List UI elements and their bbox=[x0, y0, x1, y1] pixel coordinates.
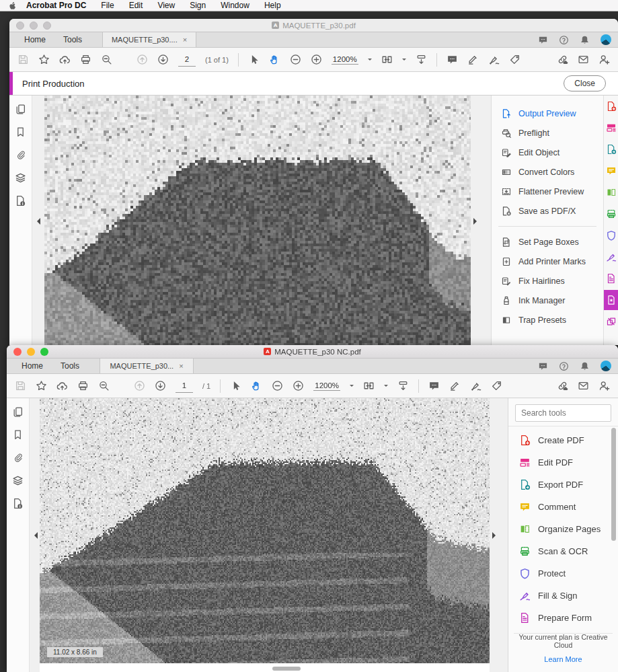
panel-item-set-page-boxes[interactable]: Set Page Boxes bbox=[492, 232, 603, 252]
next-page-button[interactable] bbox=[155, 380, 166, 391]
optimize-pdf-icon[interactable] bbox=[606, 316, 617, 327]
tab-tools[interactable]: Tools bbox=[63, 35, 82, 44]
close-window-button[interactable] bbox=[13, 348, 22, 356]
search-tools-input[interactable] bbox=[516, 408, 611, 418]
zoom-window-button[interactable] bbox=[43, 22, 51, 30]
panel-item-output-preview[interactable]: Output Preview bbox=[492, 104, 603, 123]
zoom-in-button[interactable] bbox=[311, 54, 322, 65]
page-thumbnails-icon[interactable] bbox=[12, 406, 24, 418]
collapse-left-panel-arrow[interactable] bbox=[31, 532, 38, 539]
comment-tool-button[interactable] bbox=[447, 54, 458, 65]
tool-item-fill-sign[interactable]: Fill & Sign bbox=[508, 585, 618, 607]
zoom-out-button[interactable] bbox=[290, 54, 301, 65]
panel-item-convert-colors[interactable]: Convert Colors bbox=[492, 162, 603, 182]
tool-item-organize-pages[interactable]: Organize Pages bbox=[508, 518, 618, 540]
document-view[interactable] bbox=[40, 398, 490, 672]
minimize-window-button[interactable] bbox=[30, 22, 38, 30]
tab-tools[interactable]: Tools bbox=[61, 361, 79, 371]
collapse-right-panel-arrow[interactable] bbox=[473, 218, 480, 225]
star-button[interactable] bbox=[36, 380, 47, 391]
zoom-window-button[interactable] bbox=[40, 348, 48, 356]
bookmarks-icon[interactable] bbox=[12, 429, 24, 441]
print-button[interactable] bbox=[77, 380, 89, 391]
zoom-level-value[interactable]: 1200% bbox=[332, 55, 358, 65]
search-button[interactable] bbox=[101, 54, 112, 65]
fit-dropdown-caret-icon[interactable] bbox=[402, 59, 406, 63]
invite-people-button[interactable] bbox=[598, 380, 610, 391]
hand-tool-button[interactable] bbox=[251, 380, 262, 391]
organize-pages-icon[interactable] bbox=[606, 187, 617, 198]
email-button[interactable] bbox=[578, 54, 589, 65]
panel-item-fix-hairlines[interactable]: Fix Hairlines bbox=[492, 271, 603, 291]
zoom-dropdown-caret-icon[interactable] bbox=[368, 59, 372, 63]
help-icon[interactable] bbox=[559, 35, 569, 45]
panel-item-trap-presets[interactable]: Trap Presets bbox=[492, 310, 603, 330]
search-button[interactable] bbox=[98, 380, 110, 391]
star-button[interactable] bbox=[38, 54, 50, 65]
zoom-level-value[interactable]: 1200% bbox=[313, 381, 340, 391]
layers-icon[interactable] bbox=[12, 475, 24, 486]
panel-item-edit-object[interactable]: Edit Object bbox=[492, 143, 603, 162]
previous-page-button[interactable] bbox=[134, 380, 145, 391]
layers-icon[interactable] bbox=[15, 172, 26, 184]
close-window-button[interactable] bbox=[16, 22, 24, 30]
learn-more-link[interactable]: Learn More bbox=[508, 655, 618, 663]
bookmarks-icon[interactable] bbox=[15, 126, 26, 138]
notifications-bell-icon[interactable] bbox=[580, 35, 590, 45]
horizontal-scrollbar-thumb[interactable] bbox=[272, 667, 301, 671]
save-button[interactable] bbox=[15, 380, 26, 391]
zoom-out-button[interactable] bbox=[272, 380, 283, 391]
share-cloud-button[interactable] bbox=[59, 54, 71, 65]
scrolling-mode-button[interactable] bbox=[416, 54, 427, 65]
attachments-icon[interactable] bbox=[15, 149, 26, 161]
page-thumbnails-icon[interactable] bbox=[15, 104, 26, 115]
previous-page-button[interactable] bbox=[137, 54, 148, 65]
tab-close-icon[interactable]: × bbox=[183, 36, 187, 44]
collapse-left-panel-arrow[interactable] bbox=[34, 218, 40, 225]
standards-icon[interactable] bbox=[15, 195, 26, 207]
invite-people-button[interactable] bbox=[598, 54, 610, 65]
print-button[interactable] bbox=[80, 54, 91, 65]
fit-width-button[interactable] bbox=[381, 54, 393, 65]
panel-scrollbar-thumb[interactable] bbox=[611, 428, 616, 541]
panel-item-ink-manager[interactable]: Ink Manager bbox=[492, 291, 603, 310]
apple-menu-icon[interactable] bbox=[8, 1, 17, 10]
protect-icon[interactable] bbox=[606, 230, 617, 241]
tool-item-protect[interactable]: Protect bbox=[508, 562, 618, 585]
standards-icon[interactable] bbox=[12, 498, 24, 509]
menu-sign[interactable]: Sign bbox=[190, 1, 206, 10]
close-print-production-button[interactable]: Close bbox=[564, 75, 606, 91]
tool-item-comment[interactable]: Comment bbox=[508, 496, 618, 518]
search-tools-box[interactable] bbox=[515, 404, 611, 422]
avatar[interactable] bbox=[601, 34, 611, 45]
highlight-tool-button[interactable] bbox=[449, 380, 461, 391]
sign-tool-button[interactable] bbox=[488, 54, 500, 65]
create-pdf-icon[interactable] bbox=[606, 101, 617, 112]
comment-tool-button[interactable] bbox=[428, 380, 440, 391]
tab-home[interactable]: Home bbox=[22, 361, 43, 371]
help-icon[interactable] bbox=[559, 361, 569, 371]
zoom-in-button[interactable] bbox=[293, 380, 304, 391]
menu-window[interactable]: Window bbox=[221, 1, 249, 10]
tool-item-prepare-form[interactable]: Prepare Form bbox=[508, 607, 618, 629]
share-cloud-button[interactable] bbox=[56, 380, 68, 391]
pdf-page-canvas[interactable] bbox=[44, 96, 471, 345]
menu-app-name[interactable]: Acrobat Pro DC bbox=[26, 1, 86, 10]
tab-document[interactable]: MAQUETTE_p30... × bbox=[100, 359, 194, 373]
print-production-selected-tile[interactable] bbox=[604, 290, 618, 310]
menu-file[interactable]: File bbox=[101, 1, 114, 10]
collapse-right-panel-arrow[interactable] bbox=[492, 532, 499, 539]
scrolling-mode-button[interactable] bbox=[397, 380, 409, 391]
select-tool-button[interactable] bbox=[248, 54, 260, 65]
avatar[interactable] bbox=[601, 361, 611, 371]
export-pdf-icon[interactable] bbox=[606, 144, 617, 155]
menu-help[interactable]: Help bbox=[264, 1, 281, 10]
tab-home[interactable]: Home bbox=[24, 35, 46, 44]
page-number-input[interactable] bbox=[176, 379, 193, 393]
panel-item-add-printer-marks[interactable]: Add Printer Marks bbox=[492, 252, 603, 271]
menu-edit[interactable]: Edit bbox=[129, 1, 143, 10]
scan-ocr-icon[interactable] bbox=[606, 209, 617, 219]
minimize-window-button[interactable] bbox=[27, 348, 35, 356]
page-number-input[interactable] bbox=[178, 53, 196, 67]
fit-dropdown-caret-icon[interactable] bbox=[384, 385, 388, 389]
